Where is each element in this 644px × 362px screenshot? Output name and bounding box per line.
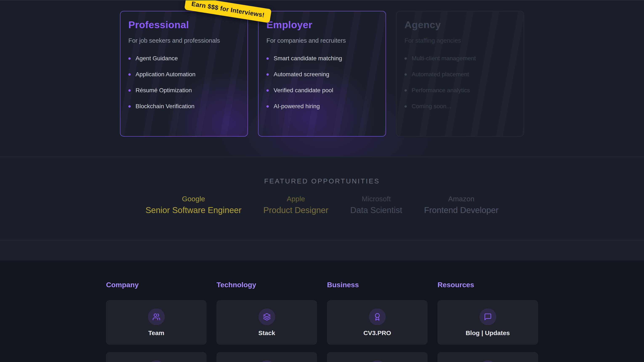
users-icon	[152, 313, 160, 321]
opportunity-company: Amazon	[424, 195, 498, 203]
opportunity-item-apple[interactable]: Apple Product Designer	[263, 195, 328, 215]
pricing-card-agency[interactable]: Agency For staffing agencies Multi-clien…	[396, 11, 524, 137]
feature-label: Application Automation	[136, 71, 196, 78]
footer-card-label: CV3.PRO	[364, 330, 391, 337]
feature-list: Multi-client management Automated placem…	[404, 55, 516, 110]
feature-item: Résumé Optimization	[128, 87, 240, 94]
footer-card-blog[interactable]: Blog | Updates	[438, 300, 538, 345]
card-subtitle: For job seekers and professionals	[128, 37, 240, 44]
opportunity-item-amazon[interactable]: Amazon Frontend Developer	[424, 195, 498, 215]
icon-circle	[480, 308, 496, 325]
footer-column-company: Company Team	[106, 281, 206, 362]
pricing-card-employer[interactable]: Employer For companies and recruiters Sm…	[258, 11, 386, 137]
feature-label: Résumé Optimization	[136, 87, 192, 94]
feature-label: Verified candidate pool	[274, 87, 333, 94]
feature-label: Agent Guidance	[136, 55, 178, 62]
opportunity-item-google[interactable]: Google Senior Software Engineer	[146, 195, 242, 215]
bullet-dot-icon	[266, 89, 269, 92]
icon-circle	[258, 360, 275, 362]
icon-circle	[369, 360, 386, 362]
opportunity-company: Microsoft	[350, 195, 402, 203]
opportunity-item-microsoft[interactable]: Microsoft Data Scientist	[350, 195, 402, 215]
footer-card-partial[interactable]	[327, 352, 428, 362]
feature-item: Performance analytics	[404, 87, 516, 94]
footer-card-team[interactable]: Team	[106, 300, 206, 345]
feature-label: Coming soon...	[412, 103, 451, 110]
feature-item: Automated screening	[266, 71, 378, 78]
footer-card-cv3pro[interactable]: CV3.PRO	[327, 300, 428, 345]
feature-list: Smart candidate matching Automated scree…	[266, 55, 378, 110]
footer-heading: Business	[327, 281, 428, 289]
feature-item: Smart candidate matching	[266, 55, 378, 62]
feature-label: Multi-client management	[412, 55, 476, 62]
bullet-dot-icon	[404, 57, 407, 60]
section-spacer	[0, 240, 644, 261]
opportunity-role: Senior Software Engineer	[146, 205, 242, 215]
icon-circle	[480, 360, 496, 362]
icon-circle	[258, 308, 275, 325]
feature-item: Verified candidate pool	[266, 87, 378, 94]
feature-label: Automated placement	[412, 71, 469, 78]
bullet-dot-icon	[404, 105, 407, 108]
opportunity-role: Frontend Developer	[424, 205, 498, 215]
pricing-section: Earn $$$ for Interviews! Professional Fo…	[0, 0, 644, 157]
footer-card-partial[interactable]	[216, 352, 317, 362]
feature-label: Performance analytics	[412, 87, 470, 94]
featured-heading: FEATURED OPPORTUNITIES	[0, 177, 644, 185]
footer-card-label: Stack	[258, 330, 275, 337]
bullet-dot-icon	[266, 105, 269, 108]
opportunity-role: Data Scientist	[350, 205, 402, 215]
footer-heading: Resources	[438, 281, 538, 289]
card-subtitle: For staffing agencies	[404, 37, 516, 44]
page-footer: Company Team Technology Stack	[0, 261, 644, 362]
card-title: Agency	[404, 19, 516, 30]
bullet-dot-icon	[128, 89, 131, 92]
feature-label: Smart candidate matching	[274, 55, 342, 62]
bullet-dot-icon	[404, 89, 407, 92]
opportunity-role: Product Designer	[263, 205, 328, 215]
footer-column-resources: Resources Blog | Updates	[438, 281, 538, 362]
feature-label: Automated screening	[274, 71, 329, 78]
award-icon	[373, 313, 381, 321]
opportunities-carousel: Google Senior Software Engineer Apple Pr…	[0, 195, 644, 215]
footer-card-partial[interactable]	[106, 352, 206, 362]
footer-card-partial[interactable]	[438, 352, 538, 362]
bullet-dot-icon	[266, 73, 269, 76]
feature-item: Agent Guidance	[128, 55, 240, 62]
feature-item: Coming soon...	[404, 103, 516, 110]
message-square-icon	[484, 313, 492, 321]
bullet-dot-icon	[128, 73, 131, 76]
card-title: Professional	[128, 19, 240, 30]
footer-heading: Technology	[216, 281, 317, 289]
opportunity-company: Google	[146, 195, 242, 203]
bullet-dot-icon	[128, 105, 131, 108]
bullet-dot-icon	[128, 57, 131, 60]
pricing-cards-row: Professional For job seekers and profess…	[0, 11, 644, 137]
footer-card-label: Blog | Updates	[466, 330, 510, 337]
feature-item: Automated placement	[404, 71, 516, 78]
footer-column-business: Business CV3.PRO	[327, 281, 428, 362]
featured-opportunities-section: FEATURED OPPORTUNITIES Google Senior Sof…	[0, 157, 644, 240]
footer-grid: Company Team Technology Stack	[106, 281, 538, 362]
feature-item: Multi-client management	[404, 55, 516, 62]
feature-label: AI-powered hiring	[274, 103, 320, 110]
bullet-dot-icon	[266, 57, 269, 60]
footer-card-label: Team	[148, 330, 164, 337]
footer-column-technology: Technology Stack	[216, 281, 317, 362]
feature-label: Blockchain Verification	[136, 103, 194, 110]
icon-circle	[148, 308, 165, 325]
layers-icon	[263, 313, 271, 321]
icon-circle	[369, 308, 386, 325]
card-title: Employer	[266, 19, 378, 30]
card-subtitle: For companies and recruiters	[266, 37, 378, 44]
footer-heading: Company	[106, 281, 206, 289]
feature-item: Application Automation	[128, 71, 240, 78]
icon-circle	[148, 360, 165, 362]
opportunity-company: Apple	[263, 195, 328, 203]
feature-list: Agent Guidance Application Automation Ré…	[128, 55, 240, 110]
feature-item: Blockchain Verification	[128, 103, 240, 110]
footer-card-stack[interactable]: Stack	[216, 300, 317, 345]
pricing-card-professional[interactable]: Professional For job seekers and profess…	[120, 11, 248, 137]
bullet-dot-icon	[404, 73, 407, 76]
feature-item: AI-powered hiring	[266, 103, 378, 110]
